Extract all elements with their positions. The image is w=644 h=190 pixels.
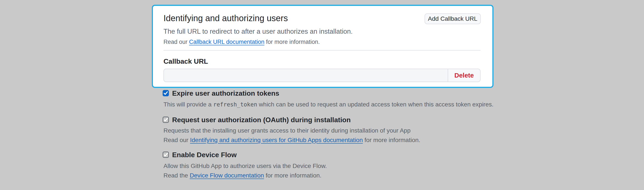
check-icon <box>163 117 168 122</box>
section-description: The full URL to redirect to after a user… <box>164 28 353 35</box>
callback-docs-note: Read our Callback URL documentation for … <box>164 39 320 45</box>
note-prefix: Read our <box>164 39 189 45</box>
divider <box>164 50 480 50</box>
page-background: Identifying and authorizing users Add Ca… <box>0 0 644 190</box>
desc-prefix: This will provide a <box>164 101 213 108</box>
check-icon <box>163 152 168 157</box>
expire-tokens-label[interactable]: Expire user authorization tokens <box>172 90 279 97</box>
device-flow-docs-note: Read the Device Flow documentation for m… <box>164 172 321 179</box>
note-suffix: for more information. <box>264 39 320 45</box>
desc-suffix: which can be used to request an updated … <box>257 101 494 108</box>
device-flow-description: Allow this GitHub App to authorize users… <box>164 163 327 169</box>
oauth-during-install-checkbox[interactable] <box>162 116 169 123</box>
delete-callback-url-button[interactable]: Delete <box>448 69 480 82</box>
note-prefix: Read the <box>164 172 190 179</box>
refresh-token-code: refresh_token <box>213 101 257 108</box>
expire-tokens-checkbox[interactable] <box>162 90 169 96</box>
callback-url-documentation-link[interactable]: Callback URL documentation <box>189 39 264 45</box>
oauth-during-install-description: Requests that the installing user grants… <box>164 128 410 134</box>
check-icon <box>163 91 168 96</box>
oauth-docs-note: Read our Identifying and authorizing use… <box>164 137 420 143</box>
note-prefix: Read our <box>164 137 190 143</box>
section-title: Identifying and authorizing users <box>164 13 288 23</box>
device-flow-documentation-link[interactable]: Device Flow documentation <box>190 172 264 179</box>
expire-tokens-description: This will provide a refresh_token which … <box>164 101 494 108</box>
enable-device-flow-label[interactable]: Enable Device Flow <box>172 151 237 159</box>
identifying-authorizing-docs-link[interactable]: Identifying and authorizing users for Gi… <box>190 137 363 143</box>
callback-url-input-group: Delete <box>164 69 480 82</box>
callback-url-label: Callback URL <box>164 58 208 65</box>
enable-device-flow-checkbox[interactable] <box>162 152 169 158</box>
oauth-during-install-label[interactable]: Request user authorization (OAuth) durin… <box>172 116 351 124</box>
note-suffix: for more information. <box>264 172 321 179</box>
callback-url-input[interactable] <box>164 69 448 82</box>
note-suffix: for more information. <box>363 137 420 143</box>
add-callback-url-button[interactable]: Add Callback URL <box>424 14 481 24</box>
